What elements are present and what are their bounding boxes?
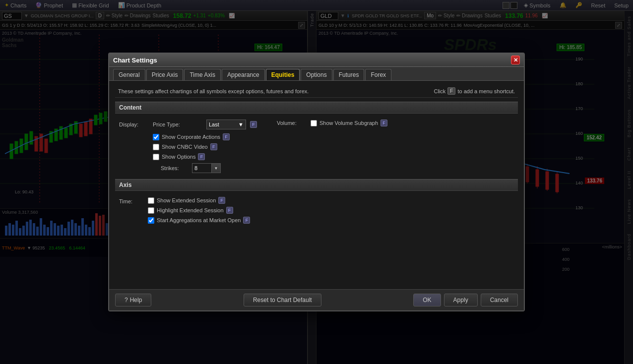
highlight-info-icon[interactable]: F [226,207,233,214]
show-cnbc-checkbox[interactable] [153,144,159,150]
hint-bar: These settings affect chartings of all s… [115,85,518,98]
show-volume-checkbox[interactable] [311,120,317,126]
show-options-label[interactable]: Show Options F [153,153,257,160]
hint-click-text: Click [434,88,445,94]
tab-forex[interactable]: Forex [365,69,391,80]
ok-button[interactable]: OK [413,294,441,306]
display-label: Display: [119,121,149,127]
chart-settings-dialog: Chart Settings ✕ General Price Axis Time… [108,53,525,311]
show-options-checkbox[interactable] [153,154,159,160]
tab-futures[interactable]: Futures [333,69,365,80]
show-extended-checkbox[interactable] [148,197,154,204]
tab-equities[interactable]: Equities [266,69,300,80]
aggregations-info-icon[interactable]: F [243,217,250,224]
hint-suffix-text: to add a menu shortcut. [457,88,515,94]
show-corporate-checkbox[interactable] [153,134,159,140]
start-aggregations-checkbox[interactable] [148,217,154,224]
highlight-extended-checkbox[interactable] [148,207,154,214]
time-label: Time: [119,198,144,204]
cancel-button[interactable]: Cancel [481,294,518,306]
price-type-select[interactable]: Last ▼ [206,120,246,129]
modal-overlay: Chart Settings ✕ General Price Axis Time… [0,0,633,364]
tab-price-axis[interactable]: Price Axis [146,69,184,80]
strikes-dropdown-btn[interactable]: ▼ [212,163,221,173]
start-aggregations-label[interactable]: Start Aggregations at Market Open F [148,217,250,224]
dialog-title: Chart Settings [113,57,157,64]
cnbc-info-icon[interactable]: F [210,143,217,150]
tab-appearance[interactable]: Appearance [222,69,265,80]
tab-options[interactable]: Options [301,69,332,80]
hint-text: These settings affect chartings of all s… [118,88,309,94]
volume-label: Volume: [277,120,307,126]
display-row: Display: Price Type: Last ▼ F Show Corpo… [115,118,518,175]
corporate-info-icon[interactable]: F [223,133,230,140]
show-extended-label[interactable]: Show Extended Session F [148,197,250,204]
dialog-empty-space [115,226,518,285]
highlight-extended-label[interactable]: Highlight Extended Session F [148,207,250,214]
options-info-icon[interactable]: F [198,153,205,160]
dialog-body: These settings affect chartings of all s… [109,81,524,289]
time-row: Time: Show Extended Session F Highlight … [115,195,518,226]
price-type-info-icon[interactable]: F [250,121,257,128]
strikes-label: Strikes: [161,165,188,171]
dialog-titlebar: Chart Settings ✕ [109,54,524,67]
tab-time-axis[interactable]: Time Axis [184,69,221,80]
volume-info-icon[interactable]: F [380,120,387,126]
dialog-close-button[interactable]: ✕ [511,56,520,64]
help-button[interactable]: ? Help [115,294,151,306]
dialog-tab-bar: General Price Axis Time Axis Appearance … [109,67,524,81]
show-corporate-label[interactable]: Show Corporate Actions F [153,133,257,140]
dialog-footer: ? Help Reset to Chart Default OK Apply C… [109,289,524,310]
axis-section-header: Axis [115,179,518,191]
apply-button[interactable]: Apply [444,294,478,306]
footer-btn-group: OK Apply Cancel [413,294,518,306]
hint-key-box: F [447,87,455,95]
tab-general[interactable]: General [113,69,145,80]
strikes-input[interactable] [192,163,212,173]
extended-info-icon[interactable]: F [218,197,225,204]
reset-button[interactable]: Reset to Chart Default [244,294,321,306]
price-type-label: Price Type: [153,121,202,127]
content-section-header: Content [115,102,518,114]
show-cnbc-label[interactable]: Show CNBC Video F [153,143,257,150]
help-icon: ? [125,297,128,303]
show-volume-label[interactable]: Show Volume Subgraph F [311,120,387,126]
